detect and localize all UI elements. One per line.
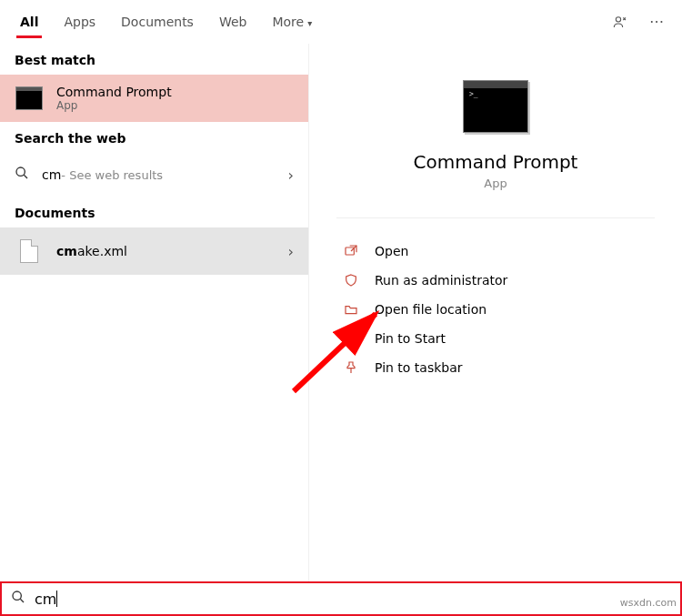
pin-icon — [340, 360, 362, 375]
pin-icon — [340, 331, 362, 346]
document-icon — [15, 237, 44, 266]
action-pin-start[interactable]: Pin to Start — [336, 324, 655, 353]
shield-icon — [340, 273, 362, 288]
web-query: cm — [42, 167, 61, 182]
action-label: Pin to taskbar — [375, 360, 463, 375]
result-subtitle: App — [56, 99, 172, 112]
preview-app-icon — [463, 80, 528, 133]
preview-panel: Command Prompt App Open Run as administr… — [309, 44, 682, 581]
filter-tabs: All Apps Documents Web More▾ ⋯ — [0, 0, 682, 44]
chevron-right-icon: › — [288, 167, 294, 184]
tab-apps[interactable]: Apps — [51, 4, 108, 40]
svg-point-1 — [16, 167, 25, 176]
result-title: Command Prompt — [56, 85, 172, 99]
search-bar[interactable]: cm — [0, 581, 682, 616]
action-label: Pin to Start — [375, 331, 446, 346]
chevron-down-icon: ▾ — [307, 18, 312, 28]
action-pin-taskbar[interactable]: Pin to taskbar — [336, 353, 655, 382]
preview-subtitle: App — [336, 177, 655, 190]
open-icon — [340, 244, 362, 258]
chevron-right-icon: › — [288, 243, 294, 260]
results-panel: Best match Command Prompt App Search the… — [0, 44, 309, 581]
search-icon — [15, 166, 29, 184]
tab-more-label: More — [272, 15, 304, 29]
document-result[interactable]: cmake.xml › — [0, 227, 308, 275]
tab-documents[interactable]: Documents — [108, 4, 206, 40]
feedback-icon[interactable] — [602, 15, 638, 29]
web-hint: - See web results — [61, 168, 163, 182]
command-prompt-icon — [15, 84, 44, 113]
watermark: wsxdn.com — [620, 597, 677, 609]
web-search-result[interactable]: cm - See web results › — [0, 153, 308, 197]
tab-all[interactable]: All — [7, 4, 51, 40]
svg-point-0 — [616, 16, 620, 21]
documents-header: Documents — [0, 197, 308, 227]
preview-title: Command Prompt — [336, 151, 655, 173]
divider — [336, 217, 655, 218]
more-options-icon[interactable]: ⋯ — [638, 13, 675, 30]
svg-rect-2 — [346, 247, 354, 255]
tab-web[interactable]: Web — [206, 4, 260, 40]
action-open-location[interactable]: Open file location — [336, 295, 655, 324]
tab-more[interactable]: More▾ — [259, 4, 325, 40]
best-match-result[interactable]: Command Prompt App — [0, 75, 308, 122]
action-label: Run as administrator — [375, 273, 507, 288]
action-open[interactable]: Open — [336, 237, 655, 266]
action-label: Open file location — [375, 302, 486, 317]
action-label: Open — [375, 244, 408, 258]
web-header: Search the web — [0, 122, 308, 153]
folder-icon — [340, 302, 362, 317]
document-title: cmake.xml — [56, 244, 127, 258]
action-run-admin[interactable]: Run as administrator — [336, 266, 655, 295]
best-match-header: Best match — [0, 44, 308, 75]
action-list: Open Run as administrator Open file loca… — [336, 237, 655, 382]
